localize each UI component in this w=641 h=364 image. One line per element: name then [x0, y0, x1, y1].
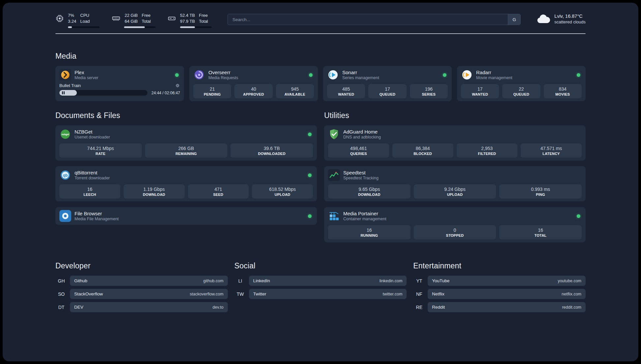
disk-progress-bar — [180, 26, 212, 28]
dashboard-window: 7% 3.24 CPU Load — [3, 3, 638, 361]
bookmark-stackoverflow[interactable]: SO StackOverflow stackoverflow.com — [55, 289, 228, 299]
app-card-plex[interactable]: Plex Media server Bullet Train — [55, 66, 184, 101]
documents-section: Documents & Files nzbget — [55, 111, 317, 225]
status-dot — [577, 214, 580, 218]
bookmark-url: youtube.com — [558, 279, 581, 283]
app-name: Radarr — [476, 70, 512, 75]
stat-label: APPROVED — [235, 92, 272, 96]
bookmark-url: stackoverflow.com — [190, 292, 224, 296]
bookmark-abbr: TW — [234, 291, 246, 297]
bookmark-dev[interactable]: DT DEV dev.to — [55, 302, 228, 312]
bookmark-abbr: DT — [55, 305, 67, 310]
app-name: Overseerr — [208, 70, 238, 75]
bookmark-url: dev.to — [213, 305, 224, 310]
disk-total-value: 97.9 TB — [180, 18, 195, 24]
stat-label: UPLOAD — [414, 193, 496, 197]
disk-free-label: Free — [199, 13, 208, 18]
weather-condition: scattered clouds — [554, 19, 586, 24]
app-subtitle: Media server — [75, 76, 98, 80]
utilities-section-title: Utilities — [324, 111, 586, 120]
app-card-radarr[interactable]: Radarr Movie management 17 WANTED 22 QUE… — [457, 66, 586, 101]
bookmark-youtube[interactable]: YT YouTube youtube.com — [413, 276, 586, 286]
sonarr-icon — [327, 69, 339, 81]
app-name: qBittorrent — [75, 170, 110, 175]
stat-value: 2,953 — [457, 146, 517, 151]
bookmark-linkedin[interactable]: LI LinkedIn linkedin.com — [234, 276, 407, 286]
bookmark-name: LinkedIn — [253, 278, 270, 283]
cpu-label: CPU — [80, 13, 90, 18]
bookmark-url: reddit.com — [562, 305, 581, 310]
social-section-title: Social — [234, 261, 407, 270]
stat-label: TOTAL — [500, 233, 581, 237]
plex-icon — [59, 69, 71, 81]
stat-tile: 0 STOPPED — [414, 225, 496, 239]
speedtest-icon — [328, 169, 340, 181]
search-engine-button[interactable]: G — [508, 14, 520, 25]
weather-widget: Lviv, 16.87°C scattered clouds — [536, 14, 586, 24]
search-bar: G — [228, 14, 521, 25]
weather-location: Lviv, 16.87°C — [554, 14, 586, 19]
media-section-title: Media — [55, 52, 586, 61]
stat-tile: 17 WANTED — [461, 84, 499, 98]
bookmark-name: StackOverflow — [74, 291, 103, 296]
app-card-nzbget[interactable]: nzbget NZBGet Usenet downloader 74 — [55, 125, 317, 161]
bookmark-twitter[interactable]: TW Twitter twitter.com — [234, 289, 407, 299]
app-subtitle: DNS and adblocking — [343, 135, 381, 139]
app-card-qbittorrent[interactable]: qb qBittorrent Torrent downloader — [55, 166, 317, 201]
bookmark-name: Twitter — [253, 291, 266, 296]
stat-value: 196 — [411, 86, 447, 92]
stat-value: 1.19 Gbps — [124, 187, 184, 192]
bookmark-reddit[interactable]: RE Reddit reddit.com — [413, 302, 586, 312]
status-dot — [443, 73, 446, 77]
playback-progress-bar[interactable] — [59, 90, 147, 96]
ram-total-label: Total — [142, 18, 151, 24]
ram-free-value: 22 GiB — [125, 13, 138, 18]
status-dot — [308, 214, 312, 218]
cpu-load-label: Load — [80, 18, 90, 24]
stat-label: REMAINING — [146, 152, 227, 156]
stat-tile: 22 QUEUED — [502, 84, 540, 98]
status-dot — [175, 73, 179, 77]
bookmark-url: linkedin.com — [380, 279, 402, 283]
app-name: Plex — [75, 70, 98, 75]
stat-value: 471 — [189, 187, 248, 192]
stat-tile: 618.52 Mbps UPLOAD — [252, 184, 313, 198]
app-card-overseerr[interactable]: Overseerr Media Requests 21 PENDING 40 A… — [189, 66, 318, 101]
stat-value: 16 — [329, 228, 410, 233]
app-card-portainer[interactable]: Media Portainer Container management 16 … — [324, 207, 586, 242]
app-name: AdGuard Home — [343, 129, 381, 135]
entertainment-section-title: Entertainment — [413, 261, 586, 270]
stat-label: MOVIES — [544, 92, 581, 96]
stat-value: 618.52 Mbps — [253, 187, 312, 192]
stat-label: DOWNLOAD — [329, 193, 410, 197]
bookmark-abbr: YT — [413, 278, 425, 284]
gear-icon[interactable] — [175, 83, 180, 88]
stat-value: 86,384 — [393, 146, 453, 151]
dashboard-content: 7% 3.24 CPU Load — [55, 3, 586, 315]
stat-label: UPLOAD — [253, 193, 312, 197]
app-card-speedtest[interactable]: Speedtest Speedtest Tracking 9.65 Gbps D… — [324, 166, 586, 201]
playback-time: 24:44 / 02:06:47 — [151, 91, 180, 95]
status-dot — [577, 73, 580, 77]
stat-label: PENDING — [194, 92, 230, 96]
pause-icon[interactable] — [62, 91, 65, 94]
qbittorrent-icon: qb — [59, 169, 71, 181]
bookmark-name: Github — [74, 278, 87, 283]
bookmark-github[interactable]: GH Github github.com — [55, 276, 228, 286]
app-name: Sonarr — [342, 70, 379, 75]
disk-free-value: 52.4 TB — [180, 13, 195, 18]
stat-value: 22 — [503, 86, 539, 92]
app-card-adguard[interactable]: AdGuard Home DNS and adblocking 498,461 … — [324, 125, 586, 161]
radarr-icon — [461, 69, 473, 81]
search-input[interactable] — [228, 14, 508, 25]
cloud-icon — [536, 14, 550, 24]
status-dot — [308, 133, 312, 136]
app-card-sonarr[interactable]: Sonarr Series management 485 WANTED 17 Q… — [323, 66, 452, 101]
cpu-progress-bar — [68, 26, 100, 28]
ram-icon — [111, 14, 121, 23]
app-card-filebrowser[interactable]: File Browser Media File Management — [55, 207, 317, 225]
stat-tile: 21 PENDING — [193, 84, 231, 98]
portainer-icon — [328, 210, 340, 222]
app-name: Speedtest — [343, 170, 379, 175]
bookmark-netflix[interactable]: NF Netflix netflix.com — [413, 289, 586, 299]
